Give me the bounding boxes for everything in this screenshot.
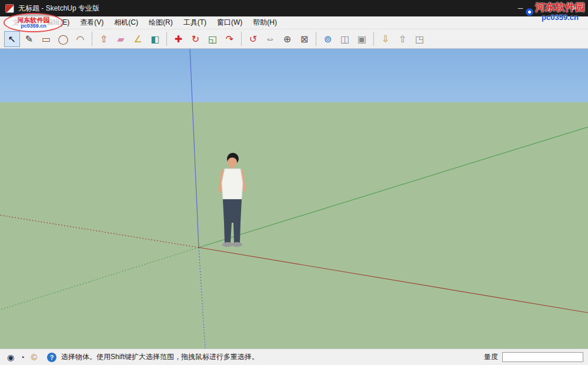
extension-warehouse-tool[interactable]: ◳ — [412, 31, 427, 47]
select-icon: ↖ — [8, 34, 16, 45]
section-plane-icon: ◫ — [340, 34, 349, 45]
menu-camera[interactable]: 相机(C) — [109, 16, 143, 29]
statusbar: ◉ ◔ © ? 选择物体。使用Shift键扩大选择范围，拖拽鼠标进行多重选择。 … — [0, 349, 588, 365]
menu-view[interactable]: 查看(V) — [75, 16, 109, 29]
zoom-tool[interactable]: ⊕ — [279, 31, 295, 47]
circle-icon: ◯ — [58, 34, 69, 45]
pushpull-tool[interactable]: ⇧ — [96, 31, 112, 47]
toolbar-separator — [316, 32, 316, 46]
watermark-stamp-url: pc0359.cn — [21, 24, 46, 29]
scale-tool[interactable]: ◱ — [205, 31, 220, 47]
warehouse-download-icon: ⇩ — [382, 34, 389, 45]
watermark-stamp-text: 河东软件园 — [18, 16, 50, 24]
toolbar-separator — [373, 32, 374, 46]
menu-help[interactable]: 帮助(H) — [248, 16, 282, 29]
add-location-tool[interactable]: ⊚ — [320, 31, 336, 47]
section-plane-tool[interactable]: ◫ — [337, 31, 353, 47]
section-display-icon: ▣ — [358, 34, 366, 45]
circle-tool[interactable]: ◯ — [55, 31, 71, 47]
extension-icon: ◳ — [415, 34, 424, 45]
geolocation-icon[interactable]: ◉ — [5, 353, 16, 362]
pushpull-icon: ⇧ — [100, 34, 108, 45]
figure-pants — [223, 199, 242, 243]
figure-shoe-left — [222, 242, 233, 247]
credits-icon[interactable]: ◔ — [16, 353, 28, 362]
blue-axis-dotted — [199, 247, 205, 349]
rectangle-tool[interactable]: ▭ — [38, 31, 54, 47]
scene-canvas — [0, 49, 588, 349]
zoom-extents-tool[interactable]: ⊠ — [296, 31, 312, 47]
eraser-tool[interactable]: ▰ — [113, 31, 129, 47]
menu-draw[interactable]: 绘图(R) — [143, 16, 178, 29]
section-display-tool[interactable]: ▣ — [354, 31, 370, 47]
offset-tool[interactable]: ↷ — [222, 31, 238, 47]
orbit-icon: ↺ — [249, 34, 257, 45]
scale-icon: ◱ — [208, 34, 217, 45]
watermark-corner: 河东软件园 pc0359.cn — [526, 2, 585, 22]
tape-measure-tool[interactable]: ∠ — [130, 31, 146, 47]
green-axis-dotted — [0, 247, 199, 310]
orbit-tool[interactable]: ↺ — [245, 31, 261, 47]
eraser-icon: ▰ — [117, 34, 124, 45]
paint-bucket-tool[interactable]: ◧ — [147, 31, 163, 47]
zoom-extents-icon: ⊠ — [300, 34, 308, 45]
offset-icon: ↷ — [226, 34, 233, 45]
red-axis-dotted — [0, 215, 199, 247]
pan-hand-icon: ⇔ — [266, 34, 275, 44]
arc-tool[interactable]: ◠ — [72, 31, 88, 47]
status-hint-text: 选择物体。使用Shift键扩大选择范围，拖拽鼠标进行多重选择。 — [61, 352, 484, 362]
toolbar: ↖ ✎ ▭ ◯ ◠ ⇧ ▰ ∠ ◧ ✚ ↻ ◱ ↷ ↺ ⇔ ⊕ ⊠ ⊚ ◫ ▣ … — [0, 29, 588, 49]
warehouse-upload-icon: ⇧ — [399, 34, 406, 45]
toolbar-separator — [166, 32, 167, 46]
green-axis-solid — [199, 127, 588, 247]
rotate-icon: ↻ — [192, 34, 199, 45]
figure-head — [228, 158, 237, 167]
blue-axis-solid — [190, 49, 199, 247]
menu-window[interactable]: 窗口(W) — [212, 16, 248, 29]
watermark-stamp: 河东软件园 pc0359.cn — [4, 13, 64, 32]
figure-shirt — [222, 169, 243, 199]
figure-shoe-right — [232, 242, 242, 247]
model-viewport[interactable] — [0, 49, 588, 349]
toolbar-separator — [92, 32, 92, 46]
copyright-icon[interactable]: © — [28, 353, 40, 362]
measurement-label: 量度 — [484, 352, 498, 362]
watermark-site-icon — [526, 8, 533, 16]
move-icon: ✚ — [175, 34, 182, 45]
magnifier-icon: ⊕ — [283, 34, 291, 45]
arc-icon: ◠ — [76, 34, 85, 45]
measurement-input[interactable] — [502, 352, 583, 362]
watermark-corner-text: 河东软件园 — [535, 2, 585, 14]
rectangle-icon: ▭ — [42, 34, 51, 45]
paint-bucket-icon: ◧ — [151, 34, 159, 45]
select-tool[interactable]: ↖ — [4, 31, 20, 47]
watermark-corner-url: pc0359.cn — [535, 14, 585, 22]
sketchup-window: 无标题 - SketchUp 专业版 ─ □ ✕ 文件(F) 编辑(E) 查看(… — [0, 0, 588, 365]
move-tool[interactable]: ✚ — [171, 31, 186, 47]
help-icon[interactable]: ? — [47, 353, 56, 362]
tape-measure-icon: ∠ — [133, 34, 142, 45]
menubar: 文件(F) 编辑(E) 查看(V) 相机(C) 绘图(R) 工具(T) 窗口(W… — [0, 16, 588, 29]
rotate-tool[interactable]: ↻ — [188, 31, 203, 47]
share-model-tool[interactable]: ⇧ — [395, 31, 410, 47]
menu-tools[interactable]: 工具(T) — [178, 16, 212, 29]
globe-icon: ⊚ — [324, 34, 332, 45]
line-tool[interactable]: ✎ — [21, 31, 37, 47]
sketchup-logo-icon — [5, 4, 14, 13]
titlebar: 无标题 - SketchUp 专业版 ─ □ ✕ — [0, 0, 588, 16]
red-axis-solid — [199, 247, 588, 313]
get-models-tool[interactable]: ⇩ — [377, 31, 393, 47]
pencil-icon: ✎ — [25, 34, 33, 45]
scale-figure — [220, 153, 245, 247]
toolbar-separator — [241, 32, 242, 46]
pan-tool[interactable]: ⇔ — [262, 31, 278, 47]
window-title: 无标题 - SketchUp 专业版 — [18, 4, 99, 14]
